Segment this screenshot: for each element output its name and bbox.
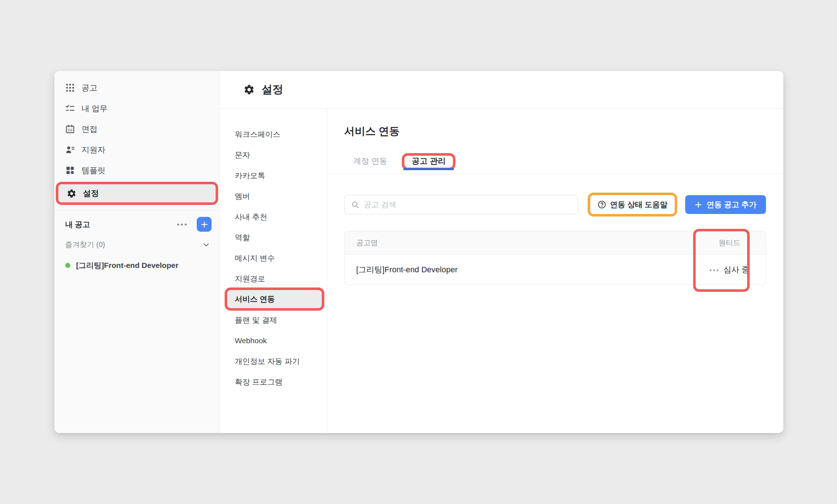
chevron-down-icon xyxy=(202,241,210,249)
my-jobs-label: 내 공고 xyxy=(65,219,90,230)
cell-job-name: [그리팅]Front-end Developer xyxy=(345,264,693,275)
content-area: 서비스 연동 계정 연동 공고 관리 xyxy=(327,109,783,433)
gear-icon xyxy=(67,189,76,198)
add-job-button[interactable] xyxy=(197,217,212,232)
settings-nav-webhook[interactable]: Webhook xyxy=(235,330,327,351)
my-jobs-header: 내 공고 ••• xyxy=(54,217,220,232)
cell-wanted-status[interactable]: ••• 심사 중 xyxy=(693,264,766,275)
sidebar-item-interviews[interactable]: 면접 xyxy=(54,119,220,139)
sidebar-job-item[interactable]: [그리팅]Front-end Developer xyxy=(54,260,220,270)
page-title: 설정 xyxy=(262,82,283,97)
settings-panel: 설정 워크스페이스 문자 카카오톡 멤버 사내 추천 역할 메시지 변수 지원경… xyxy=(220,71,783,433)
settings-nav-referral[interactable]: 사내 추천 xyxy=(235,206,327,227)
status-text: 심사 중 xyxy=(723,264,749,275)
calendar-icon xyxy=(65,124,75,134)
search-icon xyxy=(351,201,359,209)
plus-icon xyxy=(200,220,208,228)
settings-header: 설정 xyxy=(220,71,783,109)
favorites-toggle[interactable]: 즐겨찾기 (0) xyxy=(54,240,220,249)
settings-nav-apply-channels[interactable]: 지원경로 xyxy=(235,268,327,289)
page: { "app_sidebar": { "items": [ { "icon": … xyxy=(0,0,837,504)
add-button-label: 연동 공고 추가 xyxy=(707,200,757,210)
column-header-wanted: 원티드 xyxy=(693,238,766,248)
annotation-job-management-tab: 공고 관리 xyxy=(402,153,455,170)
settings-nav-privacy-auto-delete[interactable]: 개인정보 자동 파기 xyxy=(235,351,327,371)
app-sidebar: 공고 내 업무 면접 지원자 템플릿 설정 내 공고 ••• xyxy=(54,71,220,433)
plus-icon xyxy=(695,201,702,209)
more-options-icon[interactable]: ••• xyxy=(175,219,190,230)
settings-body: 워크스페이스 문자 카카오톡 멤버 사내 추천 역할 메시지 변수 지원경로 서… xyxy=(220,109,783,433)
settings-nav-sms[interactable]: 문자 xyxy=(235,144,327,165)
tab-bar: 계정 연동 공고 관리 xyxy=(327,148,783,174)
sidebar-item-label: 설정 xyxy=(83,188,99,199)
sidebar-item-my-tasks[interactable]: 내 업무 xyxy=(54,98,220,119)
toolbar: 연동 상태 도움말 연동 공고 추가 xyxy=(344,193,766,217)
sidebar-item-label: 공고 xyxy=(82,83,97,93)
question-circle-icon xyxy=(597,200,606,209)
status-dot xyxy=(65,263,70,268)
sidebar-item-label: 면접 xyxy=(82,124,97,135)
settings-nav-service-integration[interactable]: 서비스 연동 xyxy=(227,290,275,308)
job-title: [그리팅]Front-end Developer xyxy=(76,260,178,270)
settings-nav: 워크스페이스 문자 카카오톡 멤버 사내 추천 역할 메시지 변수 지원경로 서… xyxy=(220,109,327,433)
table-header-row: 공고명 원티드 xyxy=(345,231,766,255)
settings-nav-roles[interactable]: 역할 xyxy=(235,227,327,248)
search-box xyxy=(344,195,578,214)
integration-status-help-button[interactable]: 연동 상태 도움말 xyxy=(590,195,675,214)
sidebar-item-jobs[interactable]: 공고 xyxy=(54,77,220,98)
content-title: 서비스 연동 xyxy=(344,124,766,138)
settings-nav-kakaotalk[interactable]: 카카오톡 xyxy=(235,165,327,186)
settings-nav-selected-slot: 서비스 연동 xyxy=(235,289,327,310)
table-row[interactable]: [그리팅]Front-end Developer ••• 심사 중 xyxy=(345,255,766,285)
favorites-label: 즐겨찾기 (0) xyxy=(65,240,105,249)
sidebar-item-label: 지원자 xyxy=(82,144,105,155)
gear-icon xyxy=(243,84,255,95)
grid-icon xyxy=(65,83,75,93)
tab-job-management-wrap: 공고 관리 xyxy=(402,156,455,167)
search-input[interactable] xyxy=(364,200,578,209)
sidebar-item-applicants[interactable]: 지원자 xyxy=(54,139,220,160)
settings-nav-message-variables[interactable]: 메시지 변수 xyxy=(235,248,327,268)
column-header-job-name: 공고명 xyxy=(345,238,693,248)
annotation-settings-highlight: 설정 xyxy=(56,182,218,205)
integration-job-table: 공고명 원티드 [그리팅]Front-end Developer ••• 심사 … xyxy=(344,231,766,285)
help-button-label: 연동 상태 도움말 xyxy=(610,200,668,210)
settings-nav-plan-billing[interactable]: 플랜 및 결제 xyxy=(235,310,327,330)
sidebar-divider xyxy=(54,210,220,210)
tab-account-integration[interactable]: 계정 연동 xyxy=(353,156,387,167)
sidebar-item-settings[interactable]: 설정 xyxy=(58,184,216,202)
sidebar-item-templates[interactable]: 템플릿 xyxy=(54,160,220,181)
applicant-icon xyxy=(65,145,75,155)
settings-nav-workspace[interactable]: 워크스페이스 xyxy=(235,124,327,144)
sidebar-item-label: 템플릿 xyxy=(82,165,105,176)
tab-job-management[interactable]: 공고 관리 xyxy=(412,156,446,165)
app-window: 공고 내 업무 면접 지원자 템플릿 설정 내 공고 ••• xyxy=(54,71,783,433)
annotation-help-button: 연동 상태 도움말 xyxy=(588,193,678,217)
active-tab-underline xyxy=(403,168,454,170)
annotation-service-integration: 서비스 연동 xyxy=(225,287,324,311)
add-integration-job-button[interactable]: 연동 공고 추가 xyxy=(685,195,766,214)
tasks-icon xyxy=(65,104,75,113)
sidebar-item-label: 내 업무 xyxy=(82,103,108,114)
settings-nav-members[interactable]: 멤버 xyxy=(235,186,327,206)
settings-nav-extensions[interactable]: 확장 프로그램 xyxy=(235,371,327,392)
status-dots-icon: ••• xyxy=(709,265,720,274)
template-icon xyxy=(65,165,75,175)
